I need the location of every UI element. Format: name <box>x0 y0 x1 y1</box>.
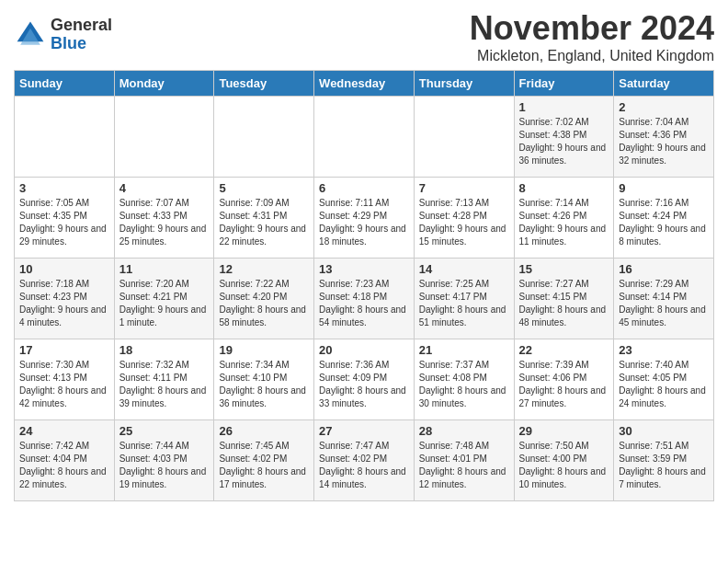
day-info: Sunrise: 7:42 AM Sunset: 4:04 PM Dayligh… <box>19 440 109 491</box>
day-info: Sunrise: 7:25 AM Sunset: 4:17 PM Dayligh… <box>419 278 509 329</box>
day-info: Sunrise: 7:23 AM Sunset: 4:18 PM Dayligh… <box>319 278 409 329</box>
day-info: Sunrise: 7:22 AM Sunset: 4:20 PM Dayligh… <box>219 278 309 329</box>
calendar-cell: 28Sunrise: 7:48 AM Sunset: 4:01 PM Dayli… <box>414 420 514 501</box>
header-wednesday: Wednesday <box>314 71 415 97</box>
day-number: 1 <box>519 100 609 114</box>
day-number: 26 <box>219 424 309 438</box>
day-info: Sunrise: 7:30 AM Sunset: 4:13 PM Dayligh… <box>19 359 109 410</box>
day-info: Sunrise: 7:04 AM Sunset: 4:36 PM Dayligh… <box>619 116 709 167</box>
calendar-cell: 18Sunrise: 7:32 AM Sunset: 4:11 PM Dayli… <box>114 339 214 420</box>
day-number: 18 <box>119 343 210 357</box>
calendar-cell: 5Sunrise: 7:09 AM Sunset: 4:31 PM Daylig… <box>214 178 314 259</box>
day-info: Sunrise: 7:47 AM Sunset: 4:02 PM Dayligh… <box>319 440 409 491</box>
day-info: Sunrise: 7:48 AM Sunset: 4:01 PM Dayligh… <box>419 440 509 491</box>
day-number: 23 <box>619 343 709 357</box>
day-info: Sunrise: 7:13 AM Sunset: 4:28 PM Dayligh… <box>419 197 509 248</box>
day-number: 19 <box>219 343 309 357</box>
day-info: Sunrise: 7:44 AM Sunset: 4:03 PM Dayligh… <box>119 440 210 491</box>
calendar-cell: 7Sunrise: 7:13 AM Sunset: 4:28 PM Daylig… <box>414 178 514 259</box>
day-number: 22 <box>519 343 609 357</box>
day-info: Sunrise: 7:34 AM Sunset: 4:10 PM Dayligh… <box>219 359 309 410</box>
day-info: Sunrise: 7:37 AM Sunset: 4:08 PM Dayligh… <box>419 359 509 410</box>
calendar-header: Sunday Monday Tuesday Wednesday Thursday… <box>15 71 714 97</box>
calendar-cell: 23Sunrise: 7:40 AM Sunset: 4:05 PM Dayli… <box>614 339 714 420</box>
calendar-cell: 25Sunrise: 7:44 AM Sunset: 4:03 PM Dayli… <box>114 420 214 501</box>
day-info: Sunrise: 7:40 AM Sunset: 4:05 PM Dayligh… <box>619 359 709 410</box>
header-sunday: Sunday <box>15 71 115 97</box>
day-info: Sunrise: 7:07 AM Sunset: 4:33 PM Dayligh… <box>119 197 210 248</box>
day-number: 10 <box>19 262 109 276</box>
day-info: Sunrise: 7:18 AM Sunset: 4:23 PM Dayligh… <box>19 278 109 329</box>
day-number: 30 <box>619 424 709 438</box>
calendar-cell: 26Sunrise: 7:45 AM Sunset: 4:02 PM Dayli… <box>214 420 314 501</box>
header-row: Sunday Monday Tuesday Wednesday Thursday… <box>15 71 714 97</box>
day-number: 4 <box>119 181 210 195</box>
title-block: November 2024 Mickleton, England, United… <box>470 9 714 64</box>
calendar-cell: 29Sunrise: 7:50 AM Sunset: 4:00 PM Dayli… <box>514 420 614 501</box>
day-number: 27 <box>319 424 409 438</box>
day-info: Sunrise: 7:02 AM Sunset: 4:38 PM Dayligh… <box>519 116 609 167</box>
calendar-cell: 22Sunrise: 7:39 AM Sunset: 4:06 PM Dayli… <box>514 339 614 420</box>
location-title: Mickleton, England, United Kingdom <box>470 48 714 64</box>
day-number: 2 <box>619 100 709 114</box>
day-number: 6 <box>319 181 409 195</box>
calendar-cell <box>214 97 314 178</box>
calendar-cell: 3Sunrise: 7:05 AM Sunset: 4:35 PM Daylig… <box>15 178 115 259</box>
day-number: 16 <box>619 262 709 276</box>
day-number: 12 <box>219 262 309 276</box>
calendar-cell: 9Sunrise: 7:16 AM Sunset: 4:24 PM Daylig… <box>614 178 714 259</box>
logo-icon <box>14 18 47 52</box>
day-number: 15 <box>519 262 609 276</box>
calendar-cell <box>314 97 415 178</box>
day-info: Sunrise: 7:27 AM Sunset: 4:15 PM Dayligh… <box>519 278 609 329</box>
calendar-cell: 16Sunrise: 7:29 AM Sunset: 4:14 PM Dayli… <box>614 259 714 339</box>
calendar-row-2: 10Sunrise: 7:18 AM Sunset: 4:23 PM Dayli… <box>15 259 714 339</box>
day-info: Sunrise: 7:11 AM Sunset: 4:29 PM Dayligh… <box>319 197 409 248</box>
day-info: Sunrise: 7:29 AM Sunset: 4:14 PM Dayligh… <box>619 278 709 329</box>
day-number: 9 <box>619 181 709 195</box>
logo-text: General Blue <box>51 17 112 53</box>
calendar-cell: 27Sunrise: 7:47 AM Sunset: 4:02 PM Dayli… <box>314 420 415 501</box>
page-header: General Blue November 2024 Mickleton, En… <box>14 9 714 64</box>
calendar-cell <box>414 97 514 178</box>
logo: General Blue <box>14 17 112 53</box>
calendar-cell: 15Sunrise: 7:27 AM Sunset: 4:15 PM Dayli… <box>514 259 614 339</box>
day-info: Sunrise: 7:05 AM Sunset: 4:35 PM Dayligh… <box>19 197 109 248</box>
calendar-cell: 24Sunrise: 7:42 AM Sunset: 4:04 PM Dayli… <box>15 420 115 501</box>
calendar-cell: 8Sunrise: 7:14 AM Sunset: 4:26 PM Daylig… <box>514 178 614 259</box>
day-info: Sunrise: 7:45 AM Sunset: 4:02 PM Dayligh… <box>219 440 309 491</box>
calendar-row-3: 17Sunrise: 7:30 AM Sunset: 4:13 PM Dayli… <box>15 339 714 420</box>
calendar-row-0: 1Sunrise: 7:02 AM Sunset: 4:38 PM Daylig… <box>15 97 714 178</box>
calendar-row-1: 3Sunrise: 7:05 AM Sunset: 4:35 PM Daylig… <box>15 178 714 259</box>
calendar-cell: 21Sunrise: 7:37 AM Sunset: 4:08 PM Dayli… <box>414 339 514 420</box>
day-number: 20 <box>319 343 409 357</box>
day-info: Sunrise: 7:50 AM Sunset: 4:00 PM Dayligh… <box>519 440 609 491</box>
day-number: 3 <box>19 181 109 195</box>
day-info: Sunrise: 7:09 AM Sunset: 4:31 PM Dayligh… <box>219 197 309 248</box>
calendar-cell: 10Sunrise: 7:18 AM Sunset: 4:23 PM Dayli… <box>15 259 115 339</box>
header-thursday: Thursday <box>414 71 514 97</box>
day-number: 14 <box>419 262 509 276</box>
calendar-cell: 2Sunrise: 7:04 AM Sunset: 4:36 PM Daylig… <box>614 97 714 178</box>
calendar-cell: 19Sunrise: 7:34 AM Sunset: 4:10 PM Dayli… <box>214 339 314 420</box>
calendar-cell: 12Sunrise: 7:22 AM Sunset: 4:20 PM Dayli… <box>214 259 314 339</box>
day-info: Sunrise: 7:32 AM Sunset: 4:11 PM Dayligh… <box>119 359 210 410</box>
calendar-cell: 1Sunrise: 7:02 AM Sunset: 4:38 PM Daylig… <box>514 97 614 178</box>
calendar-cell <box>114 97 214 178</box>
calendar-cell: 17Sunrise: 7:30 AM Sunset: 4:13 PM Dayli… <box>15 339 115 420</box>
day-number: 17 <box>19 343 109 357</box>
header-saturday: Saturday <box>614 71 714 97</box>
header-tuesday: Tuesday <box>214 71 314 97</box>
day-number: 5 <box>219 181 309 195</box>
header-monday: Monday <box>114 71 214 97</box>
day-info: Sunrise: 7:14 AM Sunset: 4:26 PM Dayligh… <box>519 197 609 248</box>
calendar-row-4: 24Sunrise: 7:42 AM Sunset: 4:04 PM Dayli… <box>15 420 714 501</box>
calendar-table: Sunday Monday Tuesday Wednesday Thursday… <box>14 70 714 501</box>
calendar-cell: 6Sunrise: 7:11 AM Sunset: 4:29 PM Daylig… <box>314 178 415 259</box>
day-info: Sunrise: 7:51 AM Sunset: 3:59 PM Dayligh… <box>619 440 709 491</box>
calendar-body: 1Sunrise: 7:02 AM Sunset: 4:38 PM Daylig… <box>15 97 714 501</box>
day-number: 7 <box>419 181 509 195</box>
day-number: 21 <box>419 343 509 357</box>
month-title: November 2024 <box>470 9 714 48</box>
calendar-cell: 30Sunrise: 7:51 AM Sunset: 3:59 PM Dayli… <box>614 420 714 501</box>
